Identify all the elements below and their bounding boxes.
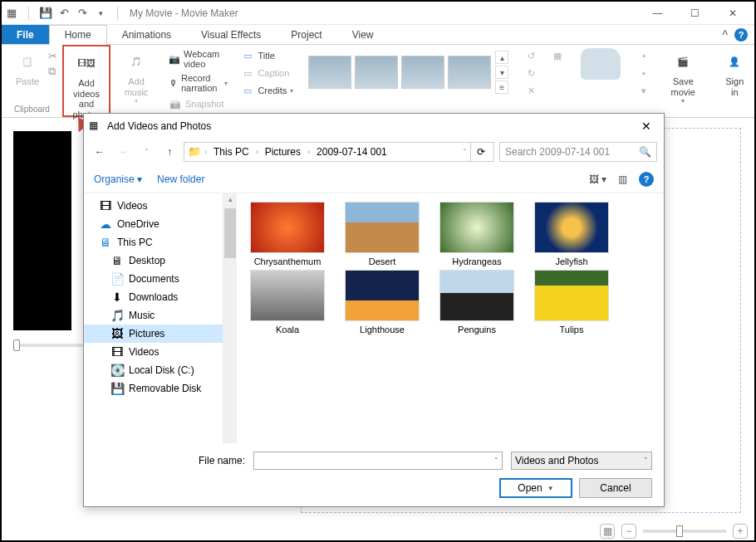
record-narration-button[interactable]: 🎙Record narration▾ xyxy=(167,72,229,94)
share-onedrive-button[interactable] xyxy=(576,46,626,83)
tree-item[interactable]: ☁OneDrive xyxy=(84,215,223,233)
tree-item[interactable]: 🎞Videos xyxy=(84,197,223,215)
theme-swatch[interactable] xyxy=(308,56,351,89)
qat-dropdown-icon[interactable]: ▾ xyxy=(94,7,107,20)
view-mode-icon[interactable]: ▦ xyxy=(600,524,615,539)
title-button[interactable]: ▭Title xyxy=(239,48,295,63)
nav-history-dropdown[interactable]: ˅ xyxy=(137,143,155,161)
refresh-button[interactable]: ⟳ xyxy=(470,142,490,162)
select-all-button[interactable]: ▦ xyxy=(549,48,566,63)
video-preview[interactable] xyxy=(13,131,71,330)
open-button[interactable]: Open ▼ xyxy=(499,478,572,498)
file-type-filter[interactable]: Videos and Photos˅ xyxy=(511,452,652,470)
nav-tree[interactable]: 🎞Videos☁OneDrive🖥This PC🖥Desktop📄Documen… xyxy=(84,193,223,443)
nav-forward-button[interactable]: → xyxy=(114,143,132,161)
cancel-button[interactable]: Cancel xyxy=(579,478,652,498)
theme-swatch[interactable] xyxy=(401,56,444,89)
view-mode-button[interactable]: 🖼 ▾ xyxy=(589,173,606,185)
redo-icon[interactable]: ↷ xyxy=(76,7,89,20)
file-item[interactable]: Jellyfish xyxy=(528,202,616,266)
close-button[interactable]: ✕ xyxy=(714,2,751,25)
zoom-out-icon[interactable]: − xyxy=(621,524,636,539)
file-item[interactable]: Koala xyxy=(243,270,331,334)
rotate-right-button[interactable]: ↻ xyxy=(523,66,539,81)
theme-swatch[interactable] xyxy=(448,56,491,89)
tree-item-icon: ☁ xyxy=(99,217,112,231)
file-grid[interactable]: ChrysanthemumDesertHydrangeasJellyfishKo… xyxy=(237,193,664,443)
file-item[interactable]: Penguins xyxy=(433,270,521,334)
gallery-up-icon[interactable]: ▴ xyxy=(495,51,508,64)
tab-file[interactable]: File xyxy=(2,25,49,44)
crumb[interactable]: This PC xyxy=(210,146,253,158)
snapshot-button[interactable]: 📸Snapshot xyxy=(167,96,229,111)
tree-item[interactable]: 🖥Desktop xyxy=(84,251,223,270)
gallery-more-icon[interactable]: ≡ xyxy=(495,81,508,94)
zoom-in-icon[interactable]: + xyxy=(733,524,748,539)
tab-project[interactable]: Project xyxy=(276,25,336,44)
slider-knob[interactable] xyxy=(13,339,20,351)
share-fb-icon[interactable]: ▪ xyxy=(636,48,652,63)
crumb[interactable]: 2009-07-14 001 xyxy=(313,146,390,158)
file-item[interactable]: Desert xyxy=(338,202,426,266)
paste-button[interactable]: 📋 Paste xyxy=(7,46,48,89)
tree-scrollbar[interactable]: ▴ xyxy=(223,193,237,443)
sign-in-label: Sign in xyxy=(725,76,744,97)
save-movie-button[interactable]: 🎬 Save movie ▾ xyxy=(662,46,704,106)
cut-icon[interactable]: ✂ xyxy=(48,50,57,62)
preview-pane-button[interactable]: ▥ xyxy=(618,173,627,185)
share-more-icon[interactable]: ▾ xyxy=(636,83,652,98)
save-movie-label: Save movie xyxy=(671,76,695,97)
gallery-down-icon[interactable]: ▾ xyxy=(495,66,508,79)
tree-item[interactable]: 🎞Videos xyxy=(84,343,223,361)
maximize-button[interactable]: ☐ xyxy=(676,2,714,25)
zoom-slider[interactable] xyxy=(643,530,726,533)
sign-in-button[interactable]: 👤 Sign in xyxy=(714,46,755,99)
tree-item[interactable]: ⬇Downloads xyxy=(84,288,223,306)
file-item[interactable]: Chrysanthemum xyxy=(243,202,331,266)
nav-back-button[interactable]: ← xyxy=(91,143,109,161)
save-icon[interactable]: 💾 xyxy=(39,7,52,20)
tree-item-label: Videos xyxy=(129,346,159,358)
webcam-video-button[interactable]: 📷Webcam video xyxy=(167,48,229,70)
share-yt-icon[interactable]: ▪ xyxy=(636,66,652,81)
titlebar: ▦ 💾 ↶ ↷ ▾ My Movie - Movie Maker — ☐ ✕ xyxy=(2,2,754,25)
breadcrumb[interactable]: 📁 › This PC › Pictures › 2009-07-14 001 … xyxy=(184,142,494,162)
copy-icon[interactable]: ⧉ xyxy=(48,65,57,78)
rotate-left-button[interactable]: ↺ xyxy=(523,48,539,63)
undo-icon[interactable]: ↶ xyxy=(57,7,71,20)
nav-up-button[interactable]: ↑ xyxy=(160,143,179,161)
tree-item[interactable]: 🎵Music xyxy=(84,306,223,325)
tab-home[interactable]: Home xyxy=(49,25,107,45)
tab-visual-effects[interactable]: Visual Effects xyxy=(186,25,276,44)
ribbon-collapse-icon[interactable]: ^ xyxy=(722,28,728,42)
new-folder-button[interactable]: New folder xyxy=(157,173,204,185)
credits-button[interactable]: ▭Credits▾ xyxy=(239,83,295,98)
file-item[interactable]: Lighthouse xyxy=(338,270,426,334)
crumb[interactable]: Pictures xyxy=(262,146,304,158)
clipboard-group-label: Clipboard xyxy=(7,105,57,115)
tab-animations[interactable]: Animations xyxy=(107,25,186,44)
search-input[interactable]: Search 2009-07-14 001 🔍 xyxy=(499,142,657,162)
file-item[interactable]: Hydrangeas xyxy=(433,202,521,266)
minimize-button[interactable]: — xyxy=(639,2,676,25)
organise-menu[interactable]: Organise ▾ xyxy=(94,173,142,185)
file-item[interactable]: Tulips xyxy=(528,270,616,334)
add-music-button[interactable]: 🎵 Add music ▾ xyxy=(115,46,157,106)
tree-item[interactable]: 🖼Pictures xyxy=(84,325,223,343)
tab-view[interactable]: View xyxy=(337,25,389,44)
tree-item[interactable]: 📄Documents xyxy=(84,270,223,288)
dialog-help-icon[interactable]: ? xyxy=(639,172,654,187)
add-videos-photos-button[interactable]: 🎞🖼 Add videos and photos xyxy=(66,48,107,122)
dialog-close-button[interactable]: ✕ xyxy=(634,116,659,136)
themes-gallery[interactable]: ▴ ▾ ≡ xyxy=(305,46,513,98)
theme-swatch[interactable] xyxy=(355,56,398,89)
window-title: My Movie - Movie Maker xyxy=(130,7,238,19)
tree-item-icon: 🎵 xyxy=(110,309,124,322)
caption-button[interactable]: ▭Caption xyxy=(239,66,295,81)
help-icon[interactable]: ? xyxy=(734,28,748,42)
file-name-input[interactable]: ˅ xyxy=(253,452,503,470)
tree-item[interactable]: 💽Local Disk (C:) xyxy=(84,361,223,379)
tree-item[interactable]: 🖥This PC xyxy=(84,233,223,251)
tree-item[interactable]: 💾Removable Disk xyxy=(84,379,223,398)
remove-button[interactable]: ✕ xyxy=(523,83,539,98)
